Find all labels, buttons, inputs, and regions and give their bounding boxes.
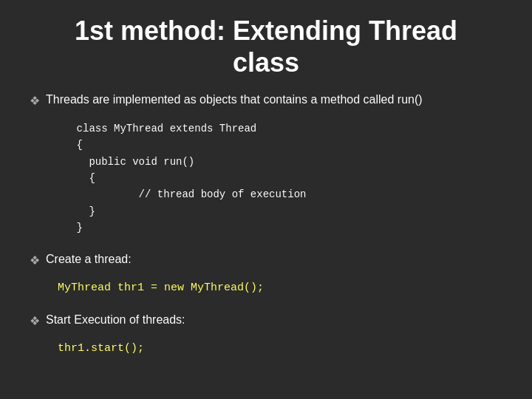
title-area: 1st method: Extending Thread class — [30, 15, 502, 78]
title-line2: class — [233, 47, 299, 78]
slide: 1st method: Extending Thread class ❖ Thr… — [0, 0, 532, 399]
bullet-1-icon: ❖ — [30, 93, 40, 109]
bullet-2: ❖ Create a thread: — [30, 251, 502, 269]
code-block-1: class MyThread extends Thread { public v… — [52, 120, 502, 236]
bullet-2-text: Create a thread: — [46, 251, 132, 267]
title-line1: 1st method: Extending Thread — [75, 16, 457, 46]
bullet-1: ❖ Threads are implemented as objects tha… — [30, 92, 502, 109]
bullet-3: ❖ Start Execution of threads: — [30, 312, 502, 330]
code-highlight-1: MyThread thr1 = new MyThread(); — [44, 279, 502, 297]
content-area: ❖ Threads are implemented as objects tha… — [30, 92, 502, 384]
slide-title: 1st method: Extending Thread class — [30, 15, 502, 78]
bullet-3-icon: ❖ — [30, 313, 40, 330]
bullet-1-text: Threads are implemented as objects that … — [46, 92, 423, 108]
bullet-2-icon: ❖ — [30, 253, 40, 269]
bullet-3-text: Start Execution of threads: — [46, 312, 185, 328]
code-highlight-2: thr1.start(); — [44, 340, 502, 358]
